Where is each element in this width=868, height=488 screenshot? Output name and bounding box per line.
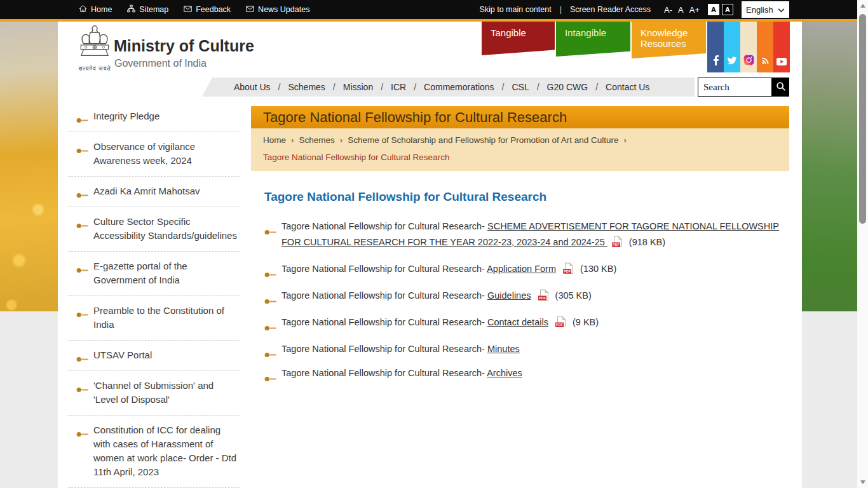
news-updates-link[interactable]: News Updates	[246, 5, 309, 14]
youtube-link[interactable]	[773, 22, 790, 72]
sidebar-item-label: Constitution of ICC for dealing with cas…	[93, 424, 236, 477]
scrollbar-up-arrow[interactable]	[860, 4, 865, 8]
breadcrumb-home[interactable]: Home	[263, 135, 286, 145]
nav-schemes[interactable]: Schemes	[280, 82, 332, 92]
twitter-link[interactable]	[724, 22, 740, 72]
breadcrumb-separator: ›	[291, 135, 294, 145]
sidebar-item-integrity-pledge[interactable]: Integrity Pledge	[68, 102, 240, 132]
svg-text:PDF: PDF	[564, 269, 571, 273]
breadcrumb-scheme-of-scholarship[interactable]: Scheme of Scholarship and Fellowship for…	[348, 135, 618, 145]
doc-link-archives[interactable]: Archives	[487, 368, 522, 378]
bullet-icon	[264, 224, 277, 240]
nav-mission[interactable]: Mission	[336, 82, 381, 92]
instagram-icon	[743, 55, 754, 68]
nav-band: About Us / Schemes / Mission / ICR / Com…	[202, 78, 695, 97]
youtube-icon	[776, 57, 787, 68]
sidebar-list: Integrity Pledge Observance of vigilance…	[58, 102, 251, 488]
sidebar-item-channel-of-submission[interactable]: 'Channel of Submission' and 'Level of Di…	[68, 371, 240, 416]
doc-link-application-form[interactable]: Application Form	[487, 264, 556, 274]
language-select[interactable]: English	[742, 1, 789, 18]
bullet-icon	[76, 263, 89, 277]
content-row: Integrity Pledge Observance of vigilance…	[58, 97, 802, 488]
scrollbar-down-arrow[interactable]	[860, 480, 865, 484]
nav-icr[interactable]: ICR	[383, 82, 414, 92]
font-decrease-button[interactable]: A-	[664, 5, 672, 15]
site-subtitle: Government of India	[114, 58, 207, 69]
doc-link-contact-details[interactable]: Contact details	[487, 317, 548, 327]
bullet-icon	[264, 371, 277, 387]
sidebar-item-label: 'Channel of Submission' and 'Level of Di…	[93, 380, 214, 405]
facebook-icon	[713, 55, 719, 68]
nav-about-us[interactable]: About Us	[226, 82, 278, 92]
pdf-icon: PDF	[612, 236, 623, 253]
instagram-link[interactable]	[740, 22, 757, 72]
nav-commemorations[interactable]: Commemorations	[416, 82, 501, 92]
page-container: सत्यमेव जयते Ministry of Culture Governm…	[58, 22, 802, 488]
sidebar-item-utsav-portal[interactable]: UTSAV Portal	[68, 341, 240, 371]
sidebar-item-e-gazette-portal[interactable]: E-gazette portal of the Government of In…	[68, 252, 240, 296]
rss-link[interactable]	[757, 22, 773, 72]
breadcrumb-separator: ›	[340, 135, 343, 145]
feedback-link[interactable]: Feedback	[184, 5, 231, 14]
doc-size: (305 KB)	[555, 290, 592, 301]
doc-prefix: Tagore National Fellowship for Cultural …	[281, 344, 487, 354]
font-increase-button[interactable]: A+	[689, 5, 700, 15]
search-input[interactable]	[698, 78, 772, 97]
bullet-icon	[76, 352, 89, 366]
contrast-dark-button[interactable]: A	[722, 4, 733, 15]
sidebar-item-accessibility-standards[interactable]: Culture Sector Specific Accessibility St…	[68, 207, 240, 252]
nav-g20-cwg[interactable]: G20 CWG	[539, 82, 596, 92]
bullet-icon	[264, 347, 277, 363]
bullet-icon	[76, 308, 89, 322]
envelope-icon	[184, 5, 192, 14]
svg-text:PDF: PDF	[539, 296, 546, 300]
doc-size: (9 KB)	[573, 317, 599, 327]
screen-reader-access-link[interactable]: Screen Reader Access	[570, 5, 651, 14]
ribbon-knowledge-resources[interactable]: Knowledge Resources	[632, 22, 706, 58]
sidebar-item-label: Culture Sector Specific Accessibility St…	[93, 216, 237, 241]
font-normal-button[interactable]: A	[678, 5, 684, 15]
sidebar-item-vigilance-week[interactable]: Observance of vigilance Awareness week, …	[68, 132, 240, 177]
pdf-icon: PDF	[555, 316, 566, 333]
language-value: English	[746, 5, 773, 15]
sitemap-link[interactable]: Sitemap	[127, 4, 168, 15]
facebook-link[interactable]	[707, 22, 724, 72]
bullet-icon	[76, 113, 89, 127]
bullet-icon	[76, 188, 89, 202]
background-image-left	[0, 19, 58, 311]
contrast-normal-button[interactable]: A	[708, 4, 719, 15]
nav-contact-us[interactable]: Contact Us	[598, 82, 657, 92]
doc-link-guidelines[interactable]: Guidelines	[487, 290, 531, 301]
search-button[interactable]	[772, 78, 789, 97]
breadcrumb: Home›Schemes›Scheme of Scholarship and F…	[251, 128, 789, 171]
emblem-caption: सत्यमेव जयते	[75, 65, 114, 72]
sidebar-item-azadi-ka-amrit-mahotsav[interactable]: Azadi Ka Amrit Mahotsav	[68, 177, 240, 207]
doc-item-minutes: Tagore National Fellowship for Cultural …	[264, 341, 789, 357]
doc-link-minutes[interactable]: Minutes	[487, 344, 520, 354]
home-label: Home	[91, 5, 112, 14]
pdf-icon: PDF	[563, 262, 574, 280]
skip-to-main-content-link[interactable]: Skip to main content	[479, 5, 551, 14]
page-title-banner: Tagore National Fellowship for Cultural …	[251, 106, 789, 128]
ribbon-intangible[interactable]: Intangible	[556, 22, 630, 57]
scrollbar-thumb[interactable]	[859, 14, 866, 224]
site-title: Ministry of Culture	[114, 37, 254, 55]
doc-prefix: Tagore National Fellowship for Cultural …	[281, 368, 487, 378]
sidebar-item-label: Azadi Ka Amrit Mahotsav	[93, 186, 200, 196]
envelope-icon	[246, 5, 254, 14]
background-image-right	[802, 19, 857, 311]
home-link[interactable]: Home	[79, 4, 112, 15]
ribbon-tangible[interactable]: Tangible	[482, 22, 555, 55]
sidebar-item-preamble-constitution[interactable]: Preamble to the Constitution of India	[68, 296, 240, 341]
sidebar-item-label: UTSAV Portal	[93, 349, 152, 360]
breadcrumb-separator: ›	[624, 135, 627, 145]
rss-icon	[761, 56, 770, 68]
national-emblem-logo[interactable]: सत्यमेव जयते	[75, 24, 114, 72]
breadcrumb-schemes[interactable]: Schemes	[299, 135, 335, 145]
sidebar-item-icc-constitution[interactable]: Constitution of ICC for dealing with cas…	[68, 416, 240, 488]
nav-csl[interactable]: CSL	[504, 82, 536, 92]
doc-prefix: Tagore National Fellowship for Cultural …	[281, 317, 487, 327]
sidebar: Integrity Pledge Observance of vigilance…	[58, 97, 251, 488]
bullet-icon	[76, 144, 89, 158]
feedback-label: Feedback	[196, 5, 231, 14]
